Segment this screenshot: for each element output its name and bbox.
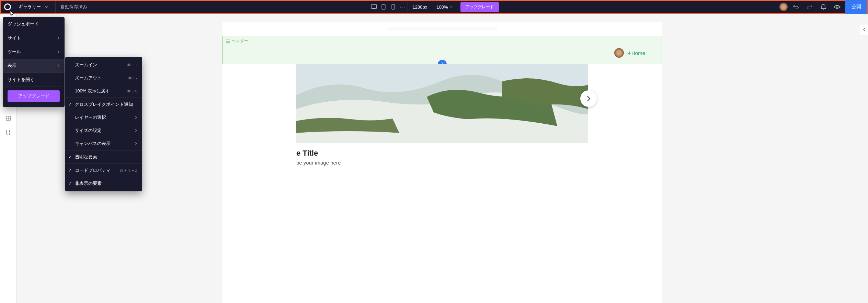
- mobile-icon: [391, 4, 395, 10]
- device-mobile-button[interactable]: [388, 2, 398, 12]
- zoom-dropdown[interactable]: 100%: [432, 1, 457, 13]
- publish-button[interactable]: 公開: [845, 0, 867, 14]
- chevron-down-icon: [450, 5, 453, 8]
- svg-rect-0: [371, 5, 377, 8]
- desktop-icon: [371, 4, 377, 9]
- undo-icon: [793, 4, 799, 10]
- redo-button[interactable]: [804, 1, 815, 12]
- canvas-width-label: 1280px: [408, 1, 432, 13]
- chevron-down-icon: [45, 5, 48, 9]
- top-bar: ギャラリー 自動保存済み ··· 1280px 100% アップグレード 公開: [0, 0, 868, 14]
- undo-button[interactable]: [790, 1, 801, 12]
- redo-icon: [807, 4, 813, 10]
- project-name: ギャラリー: [19, 4, 41, 10]
- tablet-icon: [381, 4, 386, 10]
- svg-rect-3: [392, 4, 395, 9]
- notifications-button[interactable]: [818, 1, 829, 12]
- eye-icon: [834, 4, 841, 9]
- device-tablet-button[interactable]: [379, 2, 388, 12]
- logo-circle-icon: [4, 3, 11, 10]
- zoom-value: 100%: [436, 4, 448, 10]
- project-dropdown[interactable]: ギャラリー: [14, 1, 56, 13]
- svg-point-4: [836, 6, 838, 8]
- more-devices-button[interactable]: ···: [398, 2, 408, 12]
- device-desktop-button[interactable]: [369, 2, 379, 12]
- bell-icon: [821, 4, 826, 10]
- topbar-right-group: 公開: [779, 0, 867, 14]
- user-avatar[interactable]: [779, 3, 788, 11]
- preview-button[interactable]: [832, 1, 843, 12]
- svg-rect-2: [382, 4, 385, 9]
- cursor-pointer-icon: [8, 10, 15, 14]
- save-status: 自動保存済み: [56, 4, 92, 10]
- upgrade-button[interactable]: アップグレード: [460, 2, 499, 12]
- ellipsis-icon: ···: [400, 4, 406, 10]
